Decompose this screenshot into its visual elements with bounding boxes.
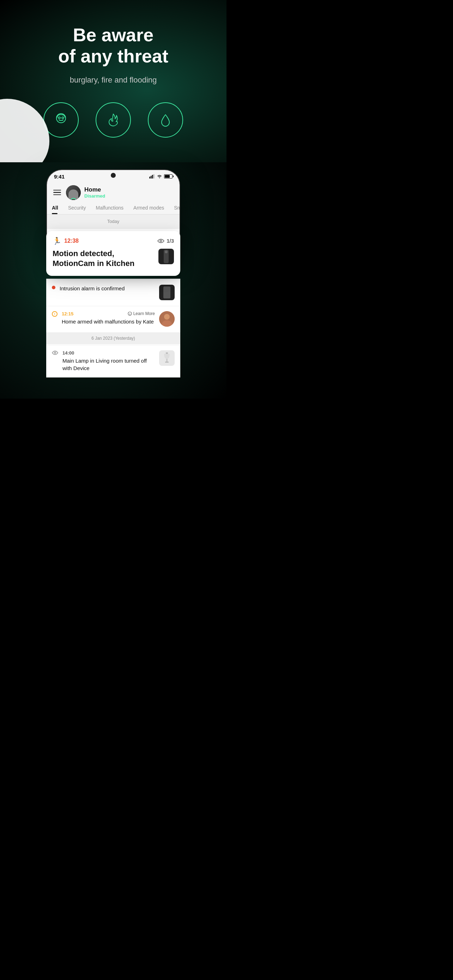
svg-rect-15 bbox=[166, 359, 168, 361]
svg-rect-4 bbox=[151, 176, 152, 178]
status-icons bbox=[149, 174, 173, 178]
notification-header: 🏃 12:38 1/3 bbox=[52, 237, 174, 245]
learn-more-link[interactable]: i Learn More bbox=[128, 311, 155, 316]
feed-tabs: All Security Malfunctions Armed modes Sm… bbox=[47, 200, 180, 215]
yesterday-separator: 6 Jan 2023 (Yesterday) bbox=[46, 332, 180, 344]
signal-icon bbox=[149, 174, 155, 178]
svg-rect-6 bbox=[153, 174, 154, 178]
status-bar: 9:41 bbox=[47, 170, 180, 182]
notification-count: 1/3 bbox=[157, 238, 174, 244]
hero-title: Be awareof any threat bbox=[11, 25, 216, 67]
feed-item-lamp[interactable]: 14:00 Main Lamp in Living room turned of… bbox=[46, 345, 180, 377]
feed-continuation: Intrusion alarm is confirmed ! 12:15 i L… bbox=[46, 279, 180, 377]
view-icon bbox=[52, 350, 58, 355]
alarm-dot-icon bbox=[52, 286, 56, 289]
menu-button[interactable] bbox=[53, 190, 61, 196]
user-avatar-kate bbox=[159, 311, 175, 327]
feed-item-armed-malfunction[interactable]: ! 12:15 i Learn More Home armed with mal… bbox=[46, 306, 180, 332]
notification-time: 12:38 bbox=[64, 238, 79, 244]
tab-malfunctions[interactable]: Malfunctions bbox=[91, 203, 129, 214]
svg-text:i: i bbox=[129, 313, 130, 315]
info-circle-icon: i bbox=[128, 312, 132, 316]
notification-text-area: Motion detected, MotionCam in Kitchen bbox=[52, 249, 154, 270]
svg-point-7 bbox=[160, 240, 162, 242]
fire-icon bbox=[95, 102, 131, 138]
learn-more-label: Learn More bbox=[134, 311, 155, 316]
notification-body: Motion detected, MotionCam in Kitchen bbox=[52, 249, 174, 270]
notification-card[interactable]: 🏃 12:38 1/3 Motion detected, MotionCam i… bbox=[46, 231, 180, 276]
svg-point-1 bbox=[58, 117, 60, 119]
tab-all[interactable]: All bbox=[47, 203, 63, 214]
front-camera bbox=[111, 173, 116, 178]
svg-rect-3 bbox=[149, 177, 150, 178]
hub-name: Home bbox=[84, 186, 105, 193]
svg-rect-5 bbox=[152, 175, 153, 178]
hero-section: Be awareof any threat burglary, fire and… bbox=[0, 0, 227, 162]
svg-point-13 bbox=[54, 352, 56, 353]
phone-section: 9:41 bbox=[0, 162, 227, 399]
armed-malfunction-text: Home armed with malfunctions by Kate bbox=[62, 318, 155, 325]
armed-time-row: 12:15 i Learn More bbox=[62, 311, 155, 317]
info-icon-col: ! bbox=[52, 311, 57, 317]
flood-icon bbox=[148, 102, 183, 138]
today-separator: Today bbox=[47, 215, 180, 228]
status-time: 9:41 bbox=[54, 173, 65, 180]
hub-device-image bbox=[159, 285, 175, 300]
hub-text: Home Disarmed bbox=[84, 186, 105, 199]
motion-cam-device bbox=[164, 250, 168, 263]
app-header: Home Disarmed bbox=[47, 182, 180, 200]
notification-device-image bbox=[158, 249, 174, 264]
motion-run-icon: 🏃 bbox=[52, 237, 61, 245]
lamp-device-image bbox=[159, 350, 175, 366]
hub-avatar bbox=[66, 185, 81, 200]
battery-icon bbox=[164, 174, 173, 178]
notch bbox=[111, 170, 116, 178]
hub-status: Disarmed bbox=[84, 193, 105, 199]
hub-info: Home Disarmed bbox=[66, 185, 105, 200]
warning-icon: ! bbox=[52, 311, 57, 317]
feed-item-intrusion[interactable]: Intrusion alarm is confirmed bbox=[46, 279, 180, 305]
tab-smart-home[interactable]: Smart home bbox=[169, 203, 180, 214]
svg-point-2 bbox=[62, 117, 64, 119]
armed-time: 12:15 bbox=[62, 311, 73, 317]
svg-point-11 bbox=[164, 314, 170, 320]
intrusion-text-body: Intrusion alarm is confirmed bbox=[60, 285, 155, 292]
notification-title: Motion detected, MotionCam in Kitchen bbox=[52, 249, 154, 269]
notification-time-row: 🏃 12:38 bbox=[52, 237, 79, 245]
eye-icon bbox=[157, 239, 164, 243]
tab-armed-modes[interactable]: Armed modes bbox=[129, 203, 169, 214]
lamp-icon-col bbox=[52, 350, 58, 355]
hero-subtitle: burglary, fire and flooding bbox=[11, 75, 216, 85]
lamp-event-body: 14:00 Main Lamp in Living room turned of… bbox=[62, 350, 155, 372]
lamp-text: Main Lamp in Living room turned off with… bbox=[62, 357, 155, 372]
notification-count-label: 1/3 bbox=[167, 238, 174, 244]
tab-security[interactable]: Security bbox=[63, 203, 91, 214]
svg-rect-14 bbox=[166, 352, 168, 354]
lamp-time: 14:00 bbox=[62, 350, 155, 356]
burglar-icon bbox=[43, 102, 79, 138]
armed-malfunction-body: 12:15 i Learn More Home armed with malfu… bbox=[62, 311, 155, 325]
svg-rect-16 bbox=[165, 361, 168, 363]
lamp-svg bbox=[163, 352, 171, 364]
wifi-icon bbox=[157, 174, 162, 178]
intrusion-text: Intrusion alarm is confirmed bbox=[60, 285, 155, 292]
